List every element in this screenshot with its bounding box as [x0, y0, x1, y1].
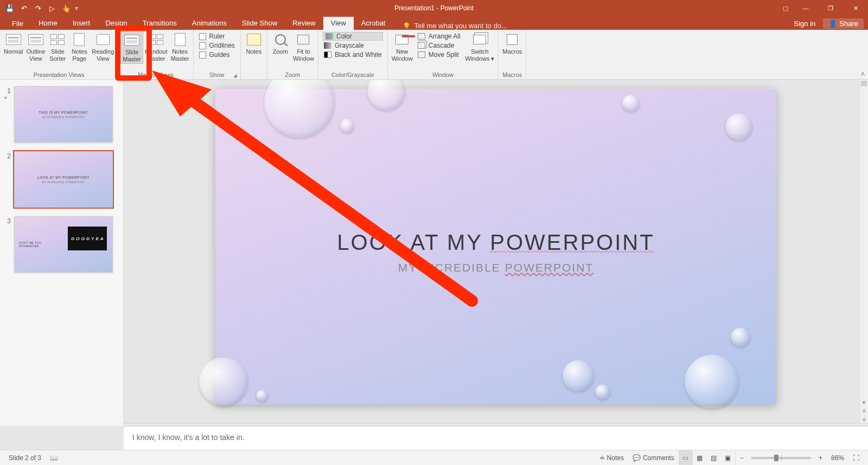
guides-checkbox[interactable]: Guides [198, 50, 236, 59]
share-icon: 👤 [828, 20, 837, 28]
group-label: Master Views [120, 72, 190, 79]
sign-in-link[interactable]: Sign in [794, 20, 816, 28]
thumbnail-media: G O O D Y E A [68, 227, 107, 250]
title-bar: 💾 ↶ ↷ ▷ 👆 ▾ Presentation1 - PowerPoint ▢… [0, 0, 868, 16]
prev-slide-icon[interactable]: ≙ [860, 409, 868, 417]
arrange-all-button[interactable]: Arrange All [417, 32, 462, 41]
redo-button[interactable]: ↷ [31, 2, 44, 15]
reading-view-button[interactable]: Reading View [90, 31, 116, 63]
tab-file[interactable]: File [4, 17, 31, 30]
dialog-launcher-icon[interactable]: ◢ [233, 73, 237, 78]
outline-view-button[interactable]: Outline View [24, 31, 47, 63]
notes-page-button[interactable]: Notes Page [68, 31, 90, 63]
slide-edit-area[interactable]: LOOK AT MY POWERPOINT MY INCREDIBLE POWE… [124, 80, 868, 426]
fit-slide-button[interactable]: ⛶ [848, 450, 864, 465]
minimize-button[interactable]: — [793, 0, 818, 16]
tab-review[interactable]: Review [285, 17, 323, 30]
tab-view[interactable]: View [323, 17, 354, 30]
maximize-button[interactable]: ❐ [818, 0, 843, 16]
gridlines-checkbox[interactable]: Gridlines [198, 41, 236, 50]
start-from-beginning-button[interactable]: ▷ [46, 2, 59, 15]
slide-canvas[interactable]: LOOK AT MY POWERPOINT MY INCREDIBLE POWE… [215, 89, 776, 404]
group-master-views: Slide Master Handout Master Notes Master… [118, 30, 193, 79]
ribbon: Normal Outline View Slide Sorter Notes P… [0, 30, 868, 80]
tab-design[interactable]: Design [98, 17, 135, 30]
zoom-percent[interactable]: 86% [827, 450, 848, 465]
thumbnail-number: 1 [3, 86, 11, 95]
lightbulb-icon: 💡 [403, 22, 411, 30]
tab-slide-show[interactable]: Slide Show [234, 17, 285, 30]
slide-sorter-button[interactable]: Slide Sorter [47, 31, 68, 63]
notes-button[interactable]: Notes [243, 31, 265, 56]
comments-toggle[interactable]: 💬 Comments [628, 450, 679, 465]
notes-text[interactable]: I know, I know, it's a lot to take in. [132, 433, 245, 442]
animation-indicator-icon: ✶ [3, 95, 11, 101]
group-label: Zoom [270, 72, 316, 79]
scroll-down-icon[interactable]: ▼ [860, 400, 868, 409]
zoom-out-button[interactable]: − [735, 450, 748, 465]
slide-thumbnail[interactable]: 3 DON'T BE TOO INTIMIDATED G O O D Y E A [0, 215, 123, 280]
share-button[interactable]: 👤 Share [823, 18, 864, 29]
slideshow-view-icon[interactable]: ▣ [721, 450, 735, 466]
cascade-button[interactable]: Cascade [417, 41, 462, 50]
workspace: 1 ✶ THIS IS MY POWERPOINT AN INCREDIBLE … [0, 80, 868, 426]
status-bar: Slide 2 of 3 📖 ≐ Notes 💬 Comments ▭ ▦ ▤ … [0, 450, 868, 465]
undo-button[interactable]: ↶ [17, 2, 30, 15]
slide-thumbnail[interactable]: 2 LOOK AT MY POWERPOINT MY INCREDIBLE PO… [0, 150, 123, 215]
normal-view-icon[interactable]: ▭ [679, 450, 693, 466]
grayscale-button[interactable]: Grayscale [323, 41, 383, 50]
macros-button[interactable]: Macros [501, 31, 524, 56]
notes-toggle[interactable]: ≐ Notes [595, 450, 628, 465]
window-controls: ▢ — ❐ ✕ [778, 0, 868, 16]
handout-master-button[interactable]: Handout Master [143, 31, 169, 63]
thumbnail-title: THIS IS MY POWERPOINT [39, 111, 88, 114]
group-zoom: Zoom Fit to Window Zoom [267, 30, 318, 79]
color-button[interactable]: Color [323, 32, 383, 41]
slide-master-button[interactable]: Slide Master [120, 31, 143, 64]
vertical-scrollbar[interactable]: ▲ ▼ ≙ ≚ [859, 80, 868, 426]
new-window-button[interactable]: New Window [390, 31, 414, 63]
qat-dropdown-icon[interactable]: ▾ [74, 4, 79, 12]
group-label: Macros [501, 72, 524, 79]
tab-animations[interactable]: Animations [184, 17, 234, 30]
tab-acrobat[interactable]: Acrobat [354, 17, 393, 30]
move-split-button[interactable]: Move Split [417, 50, 462, 59]
reading-view-icon[interactable]: ▤ [707, 450, 721, 466]
collapse-ribbon-button[interactable]: ᐱ [861, 71, 865, 77]
slide-thumbnails-pane[interactable]: 1 ✶ THIS IS MY POWERPOINT AN INCREDIBLE … [0, 80, 124, 426]
zoom-button[interactable]: Zoom [270, 31, 291, 56]
share-label: Share [839, 20, 858, 28]
save-button[interactable]: 💾 [3, 2, 16, 15]
tab-home[interactable]: Home [31, 17, 65, 30]
tab-insert[interactable]: Insert [65, 17, 98, 30]
slide-counter[interactable]: Slide 2 of 3 [4, 450, 46, 465]
group-presentation-views: Normal Outline View Slide Sorter Notes P… [0, 30, 118, 79]
tab-transitions[interactable]: Transitions [135, 17, 184, 30]
ruler-checkbox[interactable]: Ruler [198, 32, 236, 41]
thumbnail-title: DON'T BE TOO INTIMIDATED [19, 241, 62, 248]
slide-subtitle[interactable]: MY INCREDIBLE POWERPOINT [215, 261, 776, 274]
zoom-slider[interactable] [751, 457, 811, 459]
touch-mode-button[interactable]: 👆 [60, 2, 73, 15]
normal-view-button[interactable]: Normal [2, 31, 24, 56]
fit-to-window-button[interactable]: Fit to Window [291, 31, 316, 63]
slide-thumbnail[interactable]: 1 ✶ THIS IS MY POWERPOINT AN INCREDIBLE … [0, 85, 123, 150]
notes-pane[interactable]: I know, I know, it's a lot to take in. [124, 426, 868, 450]
close-button[interactable]: ✕ [843, 0, 868, 16]
sorter-view-icon[interactable]: ▦ [693, 450, 707, 466]
ribbon-display-options-button[interactable]: ▢ [778, 0, 793, 16]
spellcheck-icon[interactable]: 📖 [46, 450, 62, 465]
group-macros: Macros Macros [499, 30, 526, 79]
zoom-in-button[interactable]: + [814, 450, 827, 465]
scrollbar-thumb[interactable] [861, 81, 867, 86]
ribbon-tabs: File Home Insert Design Transitions Anim… [0, 16, 868, 30]
notes-master-button[interactable]: Notes Master [169, 31, 191, 63]
group-window: New Window Arrange All Cascade Move Spli… [388, 30, 499, 79]
window-title: Presentation1 - PowerPoint [394, 4, 474, 12]
thumbnail-number: 2 [3, 151, 11, 208]
switch-windows-button[interactable]: Switch Windows ▾ [464, 31, 496, 63]
slide-title[interactable]: LOOK AT MY POWERPOINT [215, 230, 776, 255]
tell-me-search[interactable]: 💡 Tell me what you want to do... [403, 22, 507, 30]
group-label: Color/Grayscale [321, 72, 385, 79]
black-white-button[interactable]: Black and White [323, 50, 383, 59]
